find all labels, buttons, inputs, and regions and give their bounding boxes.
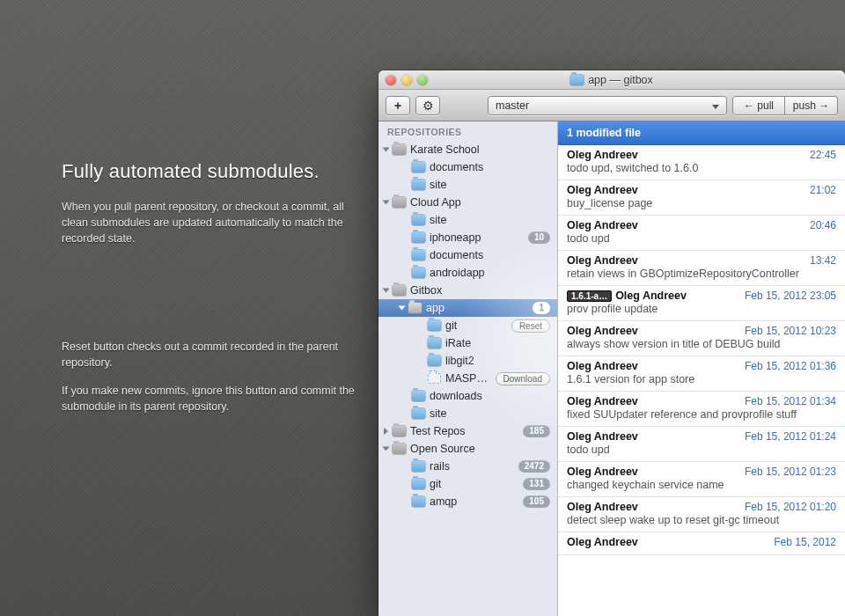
disclosure-triangle-icon[interactable] bbox=[383, 289, 390, 293]
commit-row[interactable]: Oleg AndreevFeb 15, 2012 10:23always sho… bbox=[558, 321, 845, 356]
folder-icon bbox=[393, 444, 406, 454]
sidebar-item-label: site bbox=[430, 214, 550, 226]
commit-message: fixed SUUpdater reference and provprofil… bbox=[567, 408, 836, 421]
sidebar-item-rails[interactable]: rails2472 bbox=[378, 458, 557, 475]
sidebar-header: REPOSITORIES bbox=[378, 121, 557, 141]
commit-author: Oleg Andreev bbox=[567, 466, 638, 478]
sidebar-item-site[interactable]: site bbox=[378, 405, 557, 422]
chevron-down-icon bbox=[712, 99, 719, 112]
commit-author: 1.6.1-a…Oleg Andreev bbox=[567, 290, 687, 302]
sidebar-item-label: Gitbox bbox=[410, 284, 550, 297]
folder-icon bbox=[428, 373, 441, 384]
folder-icon bbox=[393, 144, 406, 155]
commit-time: Feb 15, 2012 01:23 bbox=[745, 466, 836, 478]
sidebar-item-documents[interactable]: documents bbox=[378, 246, 557, 264]
sidebar-item-karate-school[interactable]: Karate School bbox=[378, 141, 557, 158]
sidebar-item-maspref-[interactable]: MASPref…Download bbox=[378, 370, 557, 387]
commit-list: 1 modified file Oleg Andreev22:45todo up… bbox=[558, 121, 845, 616]
commit-time: Feb 15, 2012 01:36 bbox=[745, 360, 836, 372]
sidebar-item-open-source[interactable]: Open Source bbox=[378, 440, 557, 458]
commit-row[interactable]: Oleg AndreevFeb 15, 2012 01:24todo upd bbox=[558, 427, 845, 462]
sidebar-item-iphoneapp[interactable]: iphoneapp10 bbox=[378, 229, 557, 246]
sidebar-item-libgit2[interactable]: libgit2 bbox=[378, 352, 557, 370]
sidebar-item-site[interactable]: site bbox=[378, 211, 557, 229]
sidebar-item-git[interactable]: git131 bbox=[378, 475, 557, 493]
commit-author: Oleg Andreev bbox=[567, 219, 638, 231]
sidebar-item-label: rails bbox=[430, 460, 514, 473]
sidebar-item-label: git bbox=[445, 319, 507, 332]
sidebar-item-label: Open Source bbox=[410, 443, 550, 455]
sidebar: REPOSITORIES Karate SchooldocumentssiteC… bbox=[378, 121, 558, 616]
close-icon[interactable] bbox=[386, 75, 396, 85]
disclosure-triangle-icon[interactable] bbox=[384, 428, 388, 435]
sidebar-item-downloads[interactable]: downloads bbox=[378, 387, 557, 405]
sidebar-item-amqp[interactable]: amqp105 bbox=[378, 493, 557, 510]
commit-row[interactable]: Oleg AndreevFeb 15, 2012 01:361.6.1 vers… bbox=[558, 356, 845, 392]
caption-p2: If you make new commits, ignore this but… bbox=[62, 383, 378, 414]
pull-button[interactable]: ← pull bbox=[732, 96, 785, 115]
commit-time: 22:45 bbox=[810, 149, 836, 161]
branch-label: master bbox=[496, 99, 529, 112]
download-button[interactable]: Download bbox=[496, 372, 550, 385]
sidebar-item-label: libgit2 bbox=[445, 355, 550, 367]
count-badge: 2472 bbox=[518, 460, 550, 473]
commit-row[interactable]: Oleg AndreevFeb 15, 2012 bbox=[558, 532, 845, 555]
promo-headline: Fully automated submodules. bbox=[62, 160, 370, 183]
status-banner[interactable]: 1 modified file bbox=[558, 121, 845, 145]
sidebar-item-site[interactable]: site bbox=[378, 176, 557, 194]
commit-row[interactable]: Oleg AndreevFeb 15, 2012 01:20detect sle… bbox=[558, 497, 845, 532]
commit-author: Oleg Andreev bbox=[567, 536, 638, 548]
folder-icon bbox=[570, 75, 584, 85]
sidebar-item-androidapp[interactable]: androidapp bbox=[378, 264, 557, 282]
zoom-icon[interactable] bbox=[417, 75, 428, 85]
sidebar-item-label: Cloud App bbox=[410, 196, 550, 209]
commit-row[interactable]: Oleg Andreev22:45todo upd, switched to 1… bbox=[558, 145, 845, 180]
disclosure-triangle-icon[interactable] bbox=[383, 447, 390, 451]
push-button[interactable]: push → bbox=[785, 96, 838, 115]
commit-row[interactable]: Oleg Andreev13:42retain views in GBOptim… bbox=[558, 251, 845, 286]
sidebar-item-app[interactable]: app1 bbox=[378, 299, 557, 317]
commit-message: always show version in title of DEBUG bu… bbox=[567, 338, 836, 350]
folder-icon bbox=[393, 197, 406, 208]
commit-row[interactable]: Oleg Andreev20:46todo upd bbox=[558, 216, 845, 251]
disclosure-triangle-icon[interactable] bbox=[399, 306, 406, 311]
app-window: app — gitbox master ← pull push → REPOSI… bbox=[378, 70, 845, 616]
caption-p1: Reset button checks out a commit recorde… bbox=[62, 339, 378, 370]
sidebar-item-git[interactable]: gitReset bbox=[378, 317, 557, 334]
commit-message: todo upd, switched to 1.6.0 bbox=[567, 162, 836, 174]
sidebar-item-label: iphoneapp bbox=[430, 231, 524, 244]
settings-button[interactable] bbox=[415, 96, 440, 115]
commit-row[interactable]: Oleg AndreevFeb 15, 2012 01:23changed ke… bbox=[558, 462, 845, 497]
commit-row[interactable]: Oleg Andreev21:02buy_license page bbox=[558, 180, 845, 216]
commit-author: Oleg Andreev bbox=[567, 360, 638, 372]
commit-time: Feb 15, 2012 01:34 bbox=[745, 395, 836, 407]
branch-select[interactable]: master bbox=[488, 96, 727, 115]
disclosure-triangle-icon[interactable] bbox=[383, 201, 390, 205]
folder-icon bbox=[428, 338, 441, 348]
folder-icon bbox=[412, 408, 425, 419]
folder-icon bbox=[393, 426, 406, 436]
commit-time: Feb 15, 2012 10:23 bbox=[745, 325, 836, 337]
commit-author: Oleg Andreev bbox=[567, 430, 638, 443]
folder-icon bbox=[412, 268, 425, 278]
sidebar-item-label: app bbox=[426, 302, 528, 314]
reset-button[interactable]: Reset bbox=[511, 319, 550, 333]
titlebar[interactable]: app — gitbox bbox=[378, 70, 845, 90]
sidebar-item-documents[interactable]: documents bbox=[378, 158, 557, 176]
folder-icon bbox=[412, 232, 425, 243]
pull-push-segment: ← pull push → bbox=[732, 96, 838, 115]
sidebar-item-test-repos[interactable]: Test Repos185 bbox=[378, 422, 557, 440]
commit-time: 20:46 bbox=[810, 219, 836, 231]
sidebar-item-gitbox[interactable]: Gitbox bbox=[378, 282, 557, 299]
add-button[interactable] bbox=[386, 96, 410, 115]
folder-icon bbox=[412, 250, 425, 260]
commit-row[interactable]: 1.6.1-a…Oleg AndreevFeb 15, 2012 23:05pr… bbox=[558, 286, 845, 321]
folder-icon bbox=[412, 461, 425, 472]
sidebar-item-label: MASPref… bbox=[445, 372, 491, 385]
sidebar-item-cloud-app[interactable]: Cloud App bbox=[378, 194, 557, 211]
disclosure-triangle-icon[interactable] bbox=[383, 148, 390, 152]
minimize-icon[interactable] bbox=[401, 75, 412, 85]
commit-author: Oleg Andreev bbox=[567, 254, 638, 267]
commit-row[interactable]: Oleg AndreevFeb 15, 2012 01:34fixed SUUp… bbox=[558, 392, 845, 427]
sidebar-item-irate[interactable]: iRate bbox=[378, 334, 557, 352]
